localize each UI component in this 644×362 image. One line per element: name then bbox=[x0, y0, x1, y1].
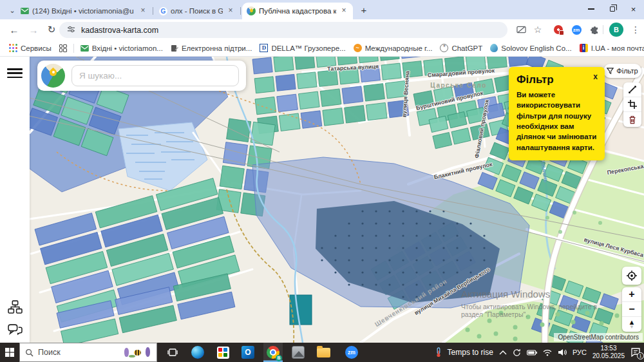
windows-logo-ic0n bbox=[5, 348, 14, 357]
globe-wave-icon: ~ bbox=[354, 44, 362, 52]
bookmark-international[interactable]: ~ Международные г... bbox=[350, 43, 437, 53]
window-minimize-button[interactable] bbox=[580, 0, 601, 18]
photos-icon[interactable] bbox=[289, 343, 308, 362]
site-settings-icon[interactable] bbox=[67, 24, 75, 36]
window-restore-button[interactable] bbox=[601, 0, 623, 18]
bookmark-label: I.UA - моя почта [21] bbox=[591, 44, 644, 52]
locate-target-icon[interactable] bbox=[622, 267, 641, 285]
extensions-puzzle-icon[interactable] bbox=[587, 23, 601, 37]
browser-toolbar: ← → ↻ kadastrova-karta.com ☆ zm B ⋮ bbox=[0, 19, 644, 40]
chrome-profile-badge: B bbox=[276, 355, 282, 361]
filter-button[interactable]: Фільтр bbox=[603, 64, 641, 78]
zoom-out-button[interactable]: − bbox=[622, 302, 641, 317]
bookmark-services[interactable]: Сервисы bbox=[5, 43, 55, 53]
zoom-app-icon[interactable]: zm bbox=[342, 343, 361, 362]
window-controls: × bbox=[580, 0, 644, 19]
tab-google-search[interactable]: G олх - Поиск в Google × bbox=[155, 3, 240, 19]
filter-button-label: Фільтр bbox=[616, 67, 638, 75]
mail-icon bbox=[80, 45, 89, 52]
start-button[interactable] bbox=[0, 343, 19, 362]
file-explorer-icon[interactable] bbox=[314, 343, 333, 362]
clock[interactable]: 13:53 20.05.2025 bbox=[592, 345, 625, 361]
flower-extension-icon[interactable] bbox=[551, 23, 565, 37]
iua-icon: i bbox=[580, 44, 588, 52]
map-search-card bbox=[37, 61, 246, 91]
chatgpt-icon: * bbox=[440, 44, 448, 52]
bookmark-label: Вхідні • victoriamon... bbox=[92, 44, 163, 52]
bookmark-esupport[interactable]: Електронна підтри... bbox=[167, 43, 256, 53]
picture-in-picture-icon[interactable] bbox=[514, 23, 528, 37]
edge-icon[interactable] bbox=[188, 343, 207, 362]
tab-cadastral-map[interactable]: Публічна кадастрова карта Ук × bbox=[242, 3, 353, 19]
funnel-icon bbox=[607, 68, 614, 75]
thermometer-icon bbox=[435, 347, 442, 357]
tab-title: Публічна кадастрова карта Ук bbox=[259, 7, 336, 15]
taskbar-search-input[interactable] bbox=[38, 348, 109, 357]
chrome-icon[interactable]: B bbox=[263, 343, 283, 362]
url-text: kadastrova-karta.com bbox=[81, 26, 158, 35]
bookmark-inbox[interactable]: Вхідні • victoriamon... bbox=[77, 43, 167, 53]
hamburger-menu-icon[interactable] bbox=[7, 68, 23, 79]
tab-close-icon[interactable]: × bbox=[226, 6, 235, 15]
tab-close-icon[interactable]: × bbox=[138, 6, 147, 15]
org-chart-icon[interactable] bbox=[7, 300, 23, 316]
wifi-icon[interactable] bbox=[543, 349, 552, 356]
apps-grid-icon bbox=[59, 44, 67, 52]
map-tools-toolbar bbox=[623, 82, 641, 127]
chat-icon[interactable] bbox=[7, 323, 23, 339]
cadastral-map-favicon-icon bbox=[247, 6, 256, 15]
weather-text[interactable]: Temps to rise bbox=[448, 348, 493, 357]
app-tiles-icon[interactable] bbox=[213, 343, 232, 362]
cadastral-logo-icon bbox=[41, 64, 65, 88]
bookmark-apps-grid[interactable] bbox=[55, 43, 71, 53]
back-button[interactable]: ← bbox=[6, 22, 22, 37]
toolbar-divider bbox=[603, 25, 603, 34]
measure-pencil-icon[interactable] bbox=[623, 82, 641, 97]
map-search-input[interactable] bbox=[71, 65, 239, 86]
bookmark-label: ChatGPT bbox=[451, 44, 482, 52]
bookmark-della[interactable]: D DELLA™ Грузопере... bbox=[256, 43, 349, 53]
zoom-in-button[interactable]: + bbox=[622, 287, 641, 302]
language-indicator[interactable]: РУС bbox=[573, 348, 587, 356]
taskbar-search-box[interactable] bbox=[19, 343, 157, 362]
bookmark-iua-mail[interactable]: i I.UA - моя почта [21] bbox=[576, 43, 644, 53]
bookmark-label: DELLA™ Грузопере... bbox=[271, 44, 345, 52]
popup-title: Фільтр bbox=[516, 73, 597, 86]
tray-chevron-up-icon[interactable] bbox=[499, 350, 507, 355]
bookmark-solovov[interactable]: Solovov English Co... bbox=[486, 43, 575, 53]
popup-close-icon[interactable]: x bbox=[593, 72, 598, 81]
bookmark-star-icon[interactable]: ☆ bbox=[531, 23, 545, 37]
screen: ⌄ (124) Вхідні • victoriamonia@u × G олх… bbox=[0, 0, 644, 362]
tab-strip: ⌄ (124) Вхідні • victoriamonia@u × G олх… bbox=[0, 0, 644, 19]
onedrive-sync-icon[interactable] bbox=[513, 348, 521, 357]
crop-frame-icon[interactable] bbox=[623, 97, 641, 112]
bookmark-label: Международные г... bbox=[365, 44, 433, 52]
bookmarks-bar: Сервисы Вхідні • victoriamon... Електрон… bbox=[0, 40, 644, 57]
window-close-button[interactable]: × bbox=[623, 0, 644, 18]
task-view-icon[interactable] bbox=[163, 343, 182, 362]
outlook-icon[interactable]: O bbox=[238, 343, 258, 362]
compass-reset-button[interactable]: ▲▼ bbox=[622, 317, 641, 332]
map-area: Татарська вулицяСмарагдовий провулокЦарс… bbox=[0, 57, 644, 343]
trash-icon[interactable] bbox=[623, 112, 641, 127]
forward-button[interactable]: → bbox=[26, 22, 41, 37]
browser-menu-kebab-icon[interactable]: ⋮ bbox=[629, 23, 643, 37]
bookmark-label: Електронна підтри... bbox=[182, 44, 252, 52]
map-sidebar bbox=[0, 57, 30, 343]
zoom-controls: + − ▲▼ bbox=[622, 287, 641, 332]
address-bar[interactable]: kadastrova-karta.com bbox=[59, 22, 507, 38]
tab-close-icon[interactable]: × bbox=[339, 6, 348, 15]
tab-mail[interactable]: (124) Вхідні • victoriamonia@u × bbox=[15, 3, 152, 19]
map-attribution[interactable]: OpenStreetMap contributors bbox=[554, 333, 643, 341]
taskbar-tray: Temps to rise РУС 13:53 20.05.2025 bbox=[435, 345, 644, 361]
bookmark-chatgpt[interactable]: * ChatGPT bbox=[436, 43, 486, 53]
new-tab-button[interactable]: + bbox=[358, 4, 370, 15]
notifications-icon[interactable]: 1 bbox=[630, 348, 641, 357]
zoom-extension-icon[interactable]: zm bbox=[569, 23, 583, 37]
battery-icon[interactable] bbox=[527, 350, 537, 356]
volume-icon[interactable] bbox=[558, 348, 567, 356]
profile-avatar[interactable]: B bbox=[609, 23, 623, 37]
reload-button[interactable]: ↻ bbox=[44, 22, 59, 37]
mail-favicon-icon bbox=[20, 6, 29, 15]
filter-tooltip-popup: x Фільтр Ви можете використовувати фільт… bbox=[509, 67, 605, 160]
